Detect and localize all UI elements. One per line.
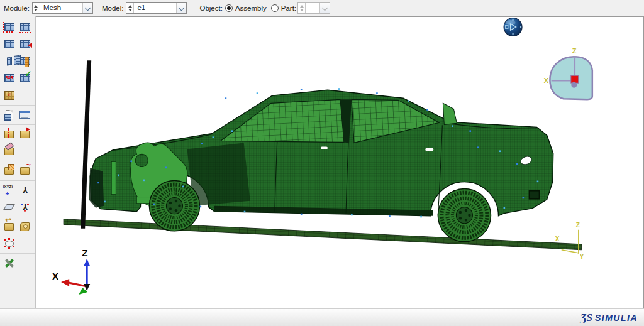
edit-mesh-node-icon[interactable]	[1, 126, 17, 142]
part-chevron-down-icon[interactable]	[319, 3, 330, 13]
rigid-pole[interactable]	[80, 60, 91, 229]
svg-text:X: X	[544, 77, 549, 84]
customize-toolset-icon[interactable]	[1, 255, 17, 271]
mesh-defaults-icon[interactable]	[17, 107, 33, 122]
view-orientation-widget[interactable]: Z X	[544, 47, 592, 99]
viewport[interactable]: Z X Y	[36, 16, 644, 308]
assembly-radio-label: Assembly	[235, 4, 267, 12]
offset-mesh-icon[interactable]	[1, 219, 17, 234]
create-wire-mesh-icon[interactable]	[17, 163, 33, 178]
context-bar: Module: Mesh Model: e1 Object: Assembly …	[0, 0, 644, 16]
datum-csys-icon[interactable]	[17, 199, 33, 215]
datum-plane-icon[interactable]	[1, 199, 17, 215]
assign-mesh-controls-icon[interactable]	[17, 53, 33, 69]
part-select[interactable]	[297, 2, 330, 14]
create-mesh-part-icon[interactable]	[1, 107, 17, 122]
datum-point-xyz-icon[interactable]	[1, 182, 17, 198]
spin-down-icon[interactable]	[34, 9, 38, 11]
module-chevron-down-icon[interactable]	[82, 3, 92, 13]
model-label: Model:	[102, 4, 124, 12]
object-label: Object:	[199, 4, 222, 12]
toolbox-group	[0, 161, 35, 180]
delete-part-mesh-icon[interactable]	[1, 53, 17, 69]
simulia-logo: ƷS SIMULIA	[580, 312, 638, 324]
seed-part-icon[interactable]	[1, 19, 17, 35]
object-assembly-option[interactable]: Assembly	[225, 4, 267, 12]
global-triad: Z X	[52, 247, 90, 295]
spin-down-icon[interactable]	[128, 9, 132, 11]
model-chevron-down-icon[interactable]	[176, 3, 186, 13]
svg-text:Z: Z	[82, 247, 87, 258]
mesh-region-icon[interactable]	[17, 36, 33, 52]
car-mesh-model[interactable]	[89, 88, 553, 242]
delete-mesh-element-icon[interactable]	[1, 143, 17, 159]
spin-up-icon[interactable]	[34, 5, 38, 8]
svg-text:X: X	[52, 271, 58, 281]
datum-axis-icon[interactable]	[17, 182, 33, 198]
object-part-option[interactable]: Part:	[271, 4, 296, 12]
spin-up-icon[interactable]	[128, 5, 132, 8]
toolbox-group	[0, 124, 35, 161]
svg-text:Z: Z	[576, 222, 580, 229]
front-door-handle	[321, 146, 328, 149]
spin-down-icon	[300, 9, 304, 11]
rear-door-handle	[425, 148, 433, 151]
part-triad: Z X Y	[555, 222, 584, 260]
prompt-area: ƷS SIMULIA	[0, 308, 644, 326]
mesh-part-icon[interactable]	[1, 36, 17, 52]
ground-plane[interactable]	[64, 219, 582, 250]
verify-mesh-icon[interactable]	[17, 70, 33, 86]
front-wheel	[149, 181, 199, 231]
part-radio[interactable]	[271, 4, 279, 12]
svg-text:Z: Z	[572, 47, 577, 55]
assign-stack-direction-icon[interactable]	[1, 87, 17, 103]
toolbox-group	[0, 105, 35, 124]
solid-offset-mesh-icon[interactable]	[17, 219, 33, 234]
rear-wheel	[438, 189, 491, 242]
spin-up-icon	[300, 5, 304, 8]
mesh-toolbox	[0, 16, 36, 308]
abaqus-cae-window: Module: Mesh Model: e1 Object: Assembly …	[0, 0, 644, 326]
toolbox-group	[0, 180, 35, 217]
part-value	[306, 3, 319, 13]
toolbox-group	[0, 18, 35, 105]
module-value: Mesh	[40, 3, 82, 13]
edit-mesh-element-icon[interactable]	[17, 126, 33, 142]
svg-text:Y: Y	[580, 253, 584, 260]
extract-shell-mesh-icon[interactable]	[1, 163, 17, 178]
toolbox-group	[0, 217, 35, 253]
viewport-canvas[interactable]: Z X Y	[36, 17, 643, 308]
module-select[interactable]: Mesh	[32, 2, 93, 14]
part-radio-label: Part:	[281, 4, 296, 12]
navigation-compass[interactable]	[504, 18, 522, 36]
assign-element-type-icon[interactable]	[1, 70, 17, 86]
edit-region-icon[interactable]	[1, 236, 17, 251]
module-spinner[interactable]	[33, 3, 40, 13]
assembly-radio[interactable]	[225, 4, 233, 12]
seed-edges-icon[interactable]	[17, 19, 33, 35]
part-spinner[interactable]	[298, 3, 306, 13]
svg-text:X: X	[555, 236, 560, 242]
module-label: Module:	[4, 4, 30, 12]
brand-text: SIMULIA	[595, 313, 638, 323]
dassault-3ds-icon: ƷS	[580, 312, 592, 324]
toolbox-group	[0, 253, 35, 273]
model-spinner[interactable]	[126, 3, 134, 13]
rear-bumper-recess	[530, 191, 540, 199]
model-value: e1	[134, 3, 176, 13]
model-select[interactable]: e1	[126, 2, 187, 14]
